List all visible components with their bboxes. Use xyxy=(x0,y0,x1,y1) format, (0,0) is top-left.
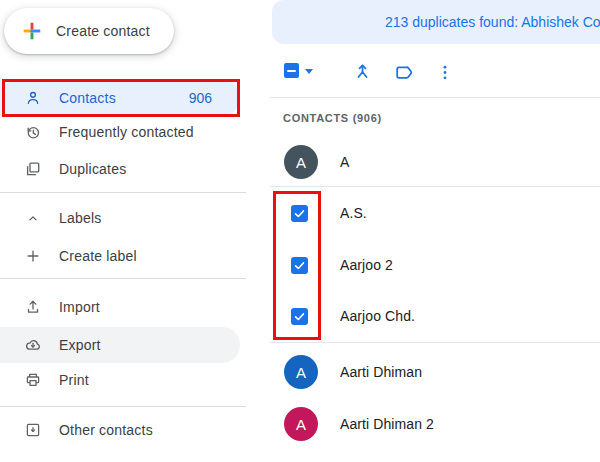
contact-row[interactable] xyxy=(270,196,600,242)
sidebar-item-print[interactable]: Print xyxy=(0,362,240,398)
divider xyxy=(0,406,246,407)
sidebar-item-label: Frequently contacted xyxy=(59,124,194,140)
divider xyxy=(270,186,600,187)
create-contact-button[interactable]: Create contact xyxy=(4,8,174,54)
sidebar-item-label: Duplicates xyxy=(59,161,126,177)
contact-name: Aarti Dhiman 2 xyxy=(340,407,434,441)
printer-icon xyxy=(24,371,42,389)
more-options-icon[interactable] xyxy=(434,61,456,83)
sidebar-item-label: Other contacts xyxy=(59,422,153,438)
contact-row[interactable] xyxy=(270,350,600,396)
contact-name: A xyxy=(340,145,349,179)
merge-icon[interactable] xyxy=(351,61,373,83)
upload-icon xyxy=(24,298,42,316)
create-contact-label: Create contact xyxy=(56,23,150,39)
duplicates-banner-text: 213 duplicates found: Abhishek Colleg, xyxy=(385,0,600,44)
sidebar-item-frequently-contacted[interactable]: Frequently contacted xyxy=(0,114,240,150)
sidebar-item-other-contacts[interactable]: Other contacts xyxy=(0,412,240,448)
contact-name: Aarti Dhiman xyxy=(340,355,422,389)
sidebar-item-label: Labels xyxy=(59,210,101,226)
indeterminate-mark xyxy=(287,70,296,72)
contact-row[interactable] xyxy=(270,140,600,186)
row-checkbox-checked[interactable] xyxy=(291,205,308,222)
row-checkbox-checked[interactable] xyxy=(291,257,308,274)
sidebar-item-contacts[interactable]: Contacts 906 xyxy=(0,80,240,116)
contacts-list-header: CONTACTS (906) xyxy=(283,112,382,124)
contact-name: A.S. xyxy=(340,205,367,222)
chevron-up-icon xyxy=(24,209,42,227)
row-checkbox-checked[interactable] xyxy=(291,308,308,325)
other-contacts-icon xyxy=(24,421,42,439)
person-icon xyxy=(24,89,42,107)
divider xyxy=(270,97,600,98)
contact-name: Aarjoo Chd. xyxy=(340,308,415,325)
duplicates-banner[interactable]: 213 duplicates found: Abhishek Colleg, xyxy=(272,0,600,44)
avatar[interactable]: A xyxy=(284,145,318,179)
contact-row[interactable] xyxy=(270,299,600,345)
divider xyxy=(0,192,246,193)
sidebar-item-label: Print xyxy=(59,372,89,388)
sidebar-item-label: Contacts xyxy=(59,90,116,106)
duplicates-icon xyxy=(24,160,42,178)
contacts-count: 906 xyxy=(189,90,240,106)
avatar[interactable]: A xyxy=(284,355,318,389)
divider xyxy=(270,342,600,343)
sidebar-item-create-label[interactable]: Create label xyxy=(0,238,240,274)
contact-name: Aarjoo 2 xyxy=(340,257,393,274)
google-plus-icon xyxy=(21,20,43,42)
sidebar-item-import[interactable]: Import xyxy=(0,289,240,325)
label-icon[interactable] xyxy=(393,61,415,83)
check-icon xyxy=(293,259,306,272)
history-icon xyxy=(24,123,42,141)
contact-row[interactable] xyxy=(270,248,600,294)
avatar[interactable]: A xyxy=(284,407,318,441)
selection-dropdown-icon[interactable] xyxy=(305,69,313,74)
google-contacts-screen: Create contact Contacts 906 Frequently c… xyxy=(0,0,600,462)
cloud-download-icon xyxy=(24,336,42,354)
sidebar-item-duplicates[interactable]: Duplicates xyxy=(0,151,240,187)
divider xyxy=(0,278,246,279)
sidebar-item-label: Import xyxy=(59,299,100,315)
sidebar-item-label: Export xyxy=(59,337,101,353)
check-icon xyxy=(293,310,306,323)
check-icon xyxy=(293,207,306,220)
contact-row[interactable] xyxy=(270,402,600,448)
plus-icon xyxy=(24,247,42,265)
sidebar-item-export[interactable]: Export xyxy=(0,327,240,363)
sidebar-item-label: Create label xyxy=(59,248,137,264)
select-all-checkbox[interactable] xyxy=(284,63,299,78)
sidebar-item-labels[interactable]: Labels xyxy=(0,200,240,236)
